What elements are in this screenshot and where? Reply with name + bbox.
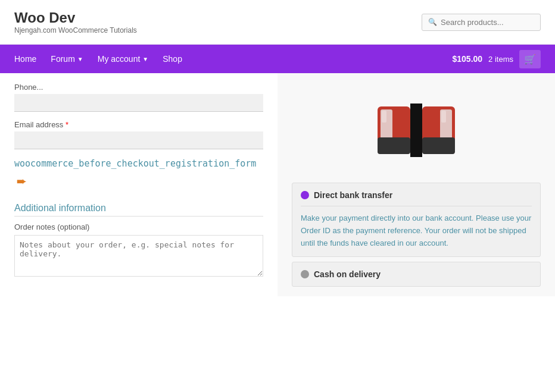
left-column: Phone... Email address * woocommerce_bef…	[0, 73, 278, 296]
hook-arrow-icon: ➨	[17, 170, 27, 193]
nav-item-myaccount[interactable]: My account ▼	[98, 46, 149, 72]
email-input[interactable]	[14, 131, 263, 149]
product-image	[375, 95, 458, 166]
nav-left: Home Forum ▼ My account ▼ Shop	[14, 46, 182, 72]
main-content: Phone... Email address * woocommerce_bef…	[0, 73, 555, 296]
cash-delivery-label: Cash on delivery	[314, 269, 381, 279]
order-notes-textarea[interactable]	[14, 235, 263, 277]
svg-rect-7	[422, 137, 455, 154]
bank-transfer-header: Direct bank transfer	[301, 190, 532, 200]
forum-dropdown-arrow: ▼	[77, 56, 83, 62]
order-notes-field: Order notes (optional)	[14, 222, 263, 278]
cart-icon-button[interactable]: 🛒	[519, 50, 541, 68]
email-label: Email address *	[14, 120, 263, 129]
nav-item-home[interactable]: Home	[14, 46, 36, 72]
search-input[interactable]	[441, 18, 534, 27]
site-title: Woo Dev	[14, 10, 137, 26]
right-column: Direct bank transfer Make your payment d…	[278, 73, 555, 296]
phone-input[interactable]	[14, 94, 263, 112]
cash-option-header: Cash on delivery	[301, 269, 532, 279]
search-form[interactable]: 🔍	[422, 14, 541, 31]
nav-item-forum[interactable]: Forum ▼	[51, 46, 83, 72]
payment-section: Direct bank transfer Make your payment d…	[292, 183, 541, 287]
bank-transfer-description: Make your payment directly into our bank…	[301, 206, 532, 249]
email-field: Email address *	[14, 120, 263, 149]
search-icon: 🔍	[428, 18, 437, 26]
hook-label: woocommerce_before_checkout_registration…	[14, 158, 263, 193]
svg-rect-5	[427, 109, 440, 139]
nav-item-shop[interactable]: Shop	[163, 46, 182, 72]
cart-area: $105.00 2 items 🛒	[452, 50, 541, 68]
bank-transfer-radio[interactable]	[301, 191, 309, 199]
cart-amount: $105.00	[452, 54, 482, 64]
bank-transfer-label: Direct bank transfer	[314, 190, 392, 200]
phone-field: Phone...	[14, 83, 263, 112]
site-tagline: Njengah.com WooCommerce Tutorials	[14, 26, 137, 35]
svg-rect-8	[410, 104, 422, 157]
additional-info-title: Additional information	[14, 203, 263, 217]
svg-rect-2	[394, 109, 407, 139]
phone-label: Phone...	[14, 83, 263, 92]
email-required-star: *	[66, 120, 68, 129]
cash-delivery-radio[interactable]	[301, 270, 309, 278]
svg-rect-9	[382, 111, 386, 123]
order-notes-label: Order notes (optional)	[14, 222, 263, 231]
payment-option-bank-transfer[interactable]: Direct bank transfer Make your payment d…	[292, 183, 541, 257]
myaccount-dropdown-arrow: ▼	[142, 56, 148, 62]
site-header: Woo Dev Njengah.com WooCommerce Tutorial…	[0, 0, 555, 45]
cart-items-count: 2 items	[488, 55, 513, 64]
payment-option-cash[interactable]: Cash on delivery	[292, 262, 541, 287]
svg-rect-10	[441, 111, 446, 123]
site-branding: Woo Dev Njengah.com WooCommerce Tutorial…	[14, 10, 137, 35]
product-image-container	[292, 83, 541, 178]
svg-rect-3	[378, 137, 410, 154]
site-nav: Home Forum ▼ My account ▼ Shop $105.00 2…	[0, 45, 555, 73]
